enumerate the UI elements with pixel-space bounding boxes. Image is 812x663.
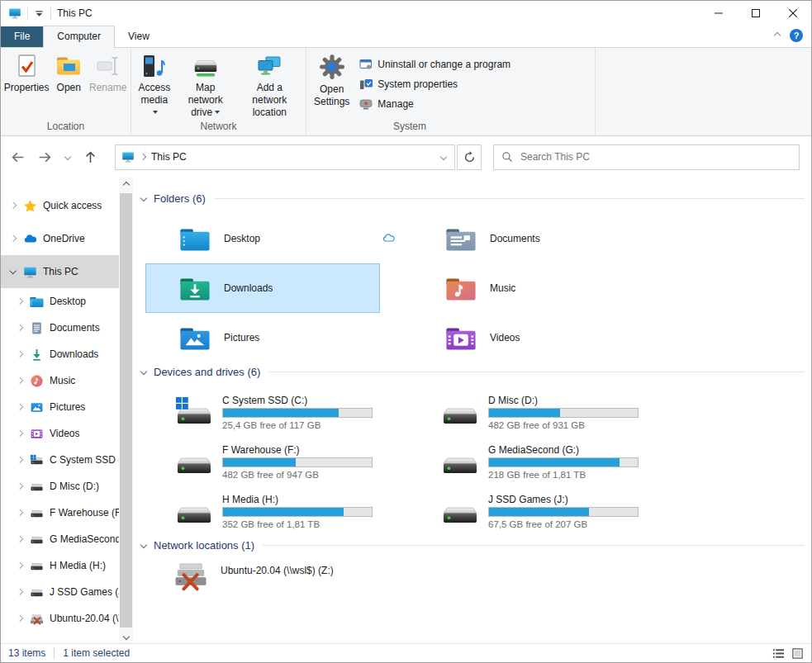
- folder-tile-downloads[interactable]: Downloads: [145, 263, 380, 313]
- explorer-window: This PC File Computer View ? Properties …: [0, 0, 812, 663]
- sidebar-item-quick-access[interactable]: Quick access: [1, 189, 119, 222]
- expand-chevron-icon[interactable]: [17, 590, 30, 594]
- drive-tile-h[interactable]: H Media (H:) 352 GB free of 1,81 TB: [145, 486, 380, 536]
- sidebar-item-desktop[interactable]: Desktop: [1, 288, 119, 315]
- add-network-location-button[interactable]: Add a network location: [236, 51, 303, 119]
- sidebar-item-this-pc[interactable]: This PC: [1, 255, 119, 288]
- uninstall-program-button[interactable]: Uninstall or change a program: [359, 55, 510, 73]
- drive-tile-f[interactable]: F Warehouse (F:) 482 GB free of 947 GB: [145, 437, 380, 486]
- sidebar-item-documents[interactable]: Documents: [1, 315, 119, 341]
- customize-toolbar-icon[interactable]: [34, 8, 45, 19]
- scrollbar-thumb[interactable]: [120, 193, 132, 627]
- open-button[interactable]: Open: [50, 51, 88, 94]
- expand-chevron-icon[interactable]: [17, 484, 30, 489]
- close-button[interactable]: [774, 1, 811, 26]
- navigation-bar: This PC: [1, 136, 811, 178]
- properties-button[interactable]: Properties: [3, 51, 50, 94]
- collapse-group-icon[interactable]: [140, 368, 147, 375]
- address-bar[interactable]: This PC: [115, 144, 455, 170]
- videos-folder-icon: [445, 325, 477, 351]
- collapse-group-icon[interactable]: [140, 195, 147, 201]
- expand-chevron-icon[interactable]: [17, 378, 30, 383]
- expand-chevron-icon[interactable]: [11, 203, 23, 208]
- drive-tile-g[interactable]: G MediaSecond (G:) 218 GB free of 1,81 T…: [411, 437, 646, 486]
- sidebar-item-drive-d[interactable]: D Misc (D:): [1, 473, 119, 500]
- expand-chevron-icon[interactable]: [11, 236, 23, 241]
- breadcrumb-item-this-pc[interactable]: This PC: [151, 151, 187, 163]
- minimize-ribbon-icon[interactable]: [774, 32, 781, 39]
- minimize-button[interactable]: [700, 1, 737, 26]
- expand-chevron-icon[interactable]: [17, 457, 30, 462]
- this-pc-icon: [121, 150, 135, 163]
- maximize-button[interactable]: [737, 1, 774, 26]
- sidebar-item-onedrive[interactable]: OneDrive: [1, 222, 119, 255]
- drive-tile-c[interactable]: C System SSD (C:) 25,4 GB free of 117 GB: [145, 387, 380, 437]
- folder-tile-videos[interactable]: Videos: [411, 313, 646, 362]
- drive-tile-d[interactable]: D Misc (D:) 482 GB free of 931 GB: [411, 387, 646, 437]
- window-title: This PC: [57, 7, 93, 19]
- sidebar-item-videos[interactable]: Videos: [1, 420, 119, 447]
- access-media-button[interactable]: Access media: [134, 51, 175, 119]
- sidebar-item-drive-h[interactable]: H Media (H:): [1, 552, 119, 579]
- sidebar-item-downloads[interactable]: Downloads: [1, 341, 119, 367]
- file-list-pane: Folders (6) Desktop Documents Downloads: [133, 178, 811, 643]
- sidebar-item-ubuntu-wsl[interactable]: Ubuntu-20.04 (\\wsl$) (Z:): [1, 605, 119, 632]
- group-header-network-locations[interactable]: Network locations (1): [141, 538, 805, 552]
- sidebar-item-pictures[interactable]: Pictures: [1, 394, 119, 420]
- sidebar-item-drive-j[interactable]: J SSD Games (J:): [1, 579, 119, 605]
- system-properties-button[interactable]: System properties: [359, 75, 510, 92]
- drive-tile-j[interactable]: J SSD Games (J:) 67,5 GB free of 207 GB: [411, 486, 646, 536]
- up-button[interactable]: [79, 146, 102, 168]
- manage-button[interactable]: Manage: [359, 95, 510, 112]
- expand-chevron-icon[interactable]: [17, 510, 30, 515]
- group-header-devices-and-drives[interactable]: Devices and drives (6): [141, 364, 805, 379]
- disk-usage-bar: [488, 507, 639, 517]
- refresh-button[interactable]: [457, 144, 482, 170]
- expand-chevron-icon[interactable]: [17, 352, 30, 357]
- recent-locations-button[interactable]: [61, 146, 74, 168]
- breadcrumb-chevron-icon[interactable]: [140, 154, 146, 160]
- folder-tile-documents[interactable]: Documents: [411, 214, 646, 263]
- selection-count: 1 item selected: [63, 647, 130, 659]
- network-location-tile-ubuntu-wsl[interactable]: Ubuntu-20.04 (\\wsl$) (Z:): [140, 561, 805, 607]
- map-network-drive-button[interactable]: Map network drive: [175, 51, 236, 119]
- sidebar-item-drive-c[interactable]: C System SSD (C:): [1, 447, 119, 473]
- expand-chevron-icon[interactable]: [17, 563, 30, 568]
- expand-chevron-icon[interactable]: [17, 537, 30, 542]
- folder-tile-desktop[interactable]: Desktop: [145, 214, 380, 263]
- title-bar: This PC: [1, 1, 811, 26]
- help-icon[interactable]: ?: [790, 29, 803, 42]
- back-button[interactable]: [7, 146, 29, 168]
- item-count: 13 items: [8, 647, 45, 659]
- open-settings-button[interactable]: Open Settings: [309, 51, 354, 108]
- forward-button[interactable]: [34, 146, 56, 168]
- search-box[interactable]: [493, 144, 800, 170]
- collapse-group-icon[interactable]: [140, 542, 147, 548]
- sidebar-item-music[interactable]: Music: [1, 367, 119, 394]
- details-view-icon[interactable]: [772, 647, 785, 660]
- large-icons-view-icon[interactable]: [791, 647, 804, 660]
- search-input[interactable]: [520, 151, 791, 163]
- sidebar-item-drive-d-2[interactable]: D Misc (D:): [1, 632, 119, 643]
- expand-chevron-icon[interactable]: [17, 431, 30, 436]
- expand-chevron-icon[interactable]: [17, 405, 30, 410]
- disk-usage-bar: [222, 507, 373, 517]
- sidebar-item-drive-f[interactable]: F Warehouse (F:): [1, 500, 119, 526]
- expand-chevron-icon[interactable]: [17, 616, 30, 621]
- folder-tile-music[interactable]: Music: [411, 263, 646, 313]
- sidebar-scrollbar[interactable]: [119, 178, 133, 643]
- tab-file[interactable]: File: [1, 26, 43, 47]
- collapse-chevron-icon[interactable]: [11, 271, 23, 273]
- folder-tile-pictures[interactable]: Pictures: [145, 313, 380, 362]
- sidebar-item-drive-g[interactable]: G MediaSecond (G:): [1, 526, 119, 552]
- scroll-down-button[interactable]: [119, 629, 133, 643]
- pictures-folder-icon: [179, 325, 211, 351]
- group-header-folders[interactable]: Folders (6): [141, 191, 805, 206]
- address-dropdown-button[interactable]: [434, 145, 453, 169]
- scroll-up-button[interactable]: [119, 178, 133, 192]
- tab-view[interactable]: View: [115, 26, 163, 47]
- tab-computer[interactable]: Computer: [43, 26, 115, 48]
- divider: [27, 7, 28, 20]
- expand-chevron-icon[interactable]: [17, 325, 30, 330]
- expand-chevron-icon[interactable]: [17, 299, 30, 304]
